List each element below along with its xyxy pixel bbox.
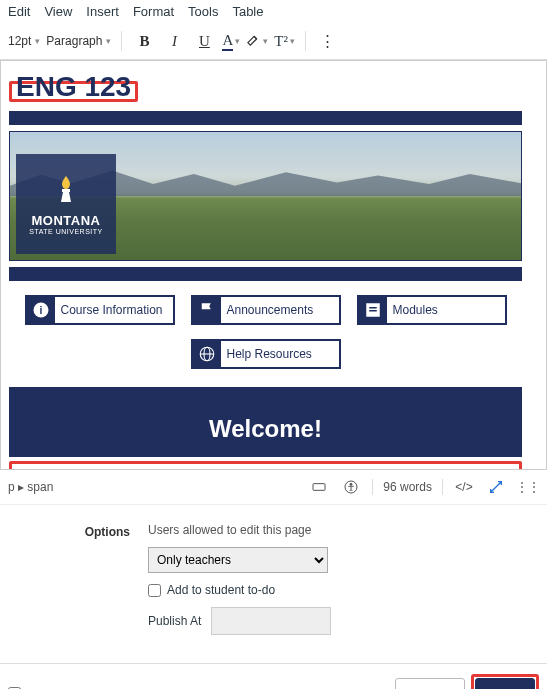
nav-row: i Course Information Announcements Modul… — [9, 295, 522, 325]
publish-at-input[interactable] — [211, 607, 331, 635]
nav-label: Help Resources — [221, 347, 318, 361]
italic-button[interactable]: I — [162, 29, 186, 53]
highlight-annotation: Save — [471, 674, 539, 689]
bold-button[interactable]: B — [132, 29, 156, 53]
nav-label: Announcements — [221, 303, 320, 317]
svg-point-14 — [350, 483, 352, 485]
text-color-button[interactable]: A ▾ — [222, 32, 240, 51]
nav-label: Course Information — [55, 303, 169, 317]
highlight-annotation: ENG 123: Exploring Contemporary Literatu… — [9, 461, 522, 470]
paragraph-select[interactable]: Paragraph▾ — [46, 34, 111, 48]
todo-checkbox-row[interactable]: Add to student to-do — [148, 583, 331, 597]
university-sub: STATE UNIVERSITY — [29, 228, 102, 235]
menu-bar: Edit View Insert Format Tools Table — [0, 0, 547, 23]
menu-table[interactable]: Table — [232, 4, 263, 19]
menu-format[interactable]: Format — [133, 4, 174, 19]
save-button[interactable]: Save — [475, 678, 535, 689]
users-edit-select[interactable]: Only teachers — [148, 547, 328, 573]
chevron-down-icon: ▾ — [263, 36, 268, 46]
element-path[interactable]: p ▸ span — [8, 480, 298, 494]
font-size-select[interactable]: 12pt▾ — [8, 34, 40, 48]
university-name: MONTANA — [32, 213, 101, 228]
html-view-button[interactable]: </> — [453, 476, 475, 498]
drag-handle-icon[interactable]: ⋮⋮ — [517, 476, 539, 498]
globe-icon — [193, 341, 221, 367]
options-section: Options Users allowed to edit this page … — [0, 505, 547, 645]
highlight-annotation: ENG 123 — [9, 81, 138, 102]
fullscreen-icon[interactable] — [485, 476, 507, 498]
editor-statusbar: p ▸ span 96 words </> ⋮⋮ — [0, 470, 547, 505]
university-logo: MONTANA STATE UNIVERSITY — [16, 154, 116, 254]
menu-tools[interactable]: Tools — [188, 4, 218, 19]
chevron-down-icon: ▾ — [290, 36, 295, 46]
svg-text:i: i — [39, 304, 42, 316]
svg-rect-9 — [313, 484, 325, 491]
users-edit-label: Users allowed to edit this page — [148, 523, 331, 537]
underline-button[interactable]: U — [192, 29, 216, 53]
torch-icon — [54, 174, 78, 211]
editor-area[interactable]: ENG 123 MONTANA STATE UNIVERSITY i — [0, 60, 547, 470]
welcome-heading[interactable]: Welcome! — [9, 387, 522, 457]
nav-help[interactable]: Help Resources — [191, 339, 341, 369]
menu-edit[interactable]: Edit — [8, 4, 30, 19]
separator — [121, 31, 122, 51]
options-label: Options — [60, 523, 130, 635]
editor-toolbar: 12pt▾ Paragraph▾ B I U A ▾ ▾ T² ▾ ⋮ — [0, 23, 547, 60]
svg-rect-0 — [62, 189, 70, 192]
info-icon: i — [27, 297, 55, 323]
flag-icon — [193, 297, 221, 323]
menu-insert[interactable]: Insert — [86, 4, 119, 19]
course-banner: MONTANA STATE UNIVERSITY — [9, 131, 522, 261]
nav-label: Modules — [387, 303, 444, 317]
highlight-icon — [246, 32, 261, 51]
course-description[interactable]: ENG 123: Exploring Contemporary Literatu… — [14, 466, 517, 470]
publish-at-label: Publish At — [148, 614, 201, 628]
nav-announcements[interactable]: Announcements — [191, 295, 341, 325]
keyboard-icon[interactable] — [308, 476, 330, 498]
chevron-down-icon: ▾ — [35, 36, 40, 46]
course-title[interactable]: ENG 123 — [12, 69, 135, 105]
word-count[interactable]: 96 words — [383, 480, 432, 494]
accessibility-icon[interactable] — [340, 476, 362, 498]
divider-bar — [9, 267, 522, 281]
nav-course-info[interactable]: i Course Information — [25, 295, 175, 325]
chevron-down-icon: ▾ — [235, 36, 240, 46]
menu-view[interactable]: View — [44, 4, 72, 19]
chevron-down-icon: ▾ — [106, 36, 111, 46]
highlight-button[interactable]: ▾ — [246, 32, 268, 51]
nav-modules[interactable]: Modules — [357, 295, 507, 325]
divider-bar — [9, 111, 522, 125]
separator — [305, 31, 306, 51]
todo-label: Add to student to-do — [167, 583, 275, 597]
more-button[interactable]: ⋮ — [316, 29, 340, 53]
cancel-button[interactable]: Cancel — [395, 678, 465, 689]
superscript-button[interactable]: T² ▾ — [274, 33, 295, 50]
todo-checkbox[interactable] — [148, 584, 161, 597]
list-icon — [359, 297, 387, 323]
page-footer: Notify users that this content has chang… — [0, 663, 547, 689]
